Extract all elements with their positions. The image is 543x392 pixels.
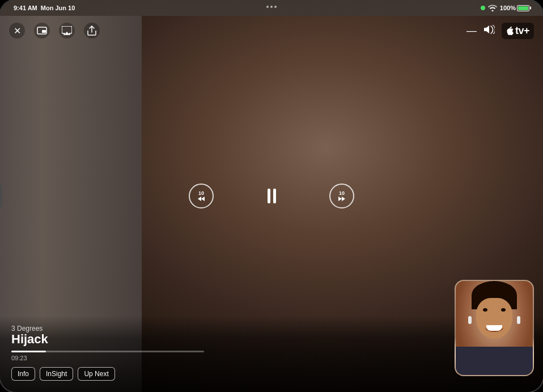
dot-2 [270, 6, 273, 8]
side-button[interactable] [0, 185, 2, 207]
svg-rect-1 [42, 30, 46, 33]
status-time: 9:41 AM [14, 5, 37, 11]
person-face [476, 298, 512, 339]
green-status-dot [481, 6, 485, 10]
pause-button[interactable] [259, 184, 284, 208]
battery-box [517, 5, 529, 11]
top-dots [266, 6, 277, 8]
show-title: Hijack [11, 333, 532, 346]
wifi-icon [488, 5, 497, 11]
info-button[interactable]: Info [11, 367, 35, 381]
time-display: 09:23 [11, 355, 532, 361]
airpod-right [517, 316, 520, 324]
status-right: 100% [481, 5, 529, 11]
status-date: Mon Jun 10 [41, 5, 75, 11]
progress-bar-container[interactable] [11, 351, 204, 352]
dot-1 [266, 6, 269, 8]
dot-3 [274, 6, 277, 8]
share-button[interactable] [84, 23, 100, 39]
airpod-left [468, 316, 472, 324]
show-series: 3 Degrees [11, 325, 532, 333]
pause-bar-left [268, 189, 270, 203]
status-left: 9:41 AM Mon Jun 10 [14, 5, 75, 11]
pause-bar-right [273, 189, 276, 203]
skip-back-button[interactable]: 10 [189, 184, 214, 208]
volume-button[interactable] [483, 25, 495, 36]
action-buttons: Info InSight Up Next [11, 367, 532, 381]
battery-indicator: 100% [500, 5, 529, 11]
minus-button[interactable]: — [466, 25, 477, 37]
status-bar: 9:41 AM Mon Jun 10 100% [0, 0, 543, 16]
close-button[interactable]: ✕ [9, 23, 25, 39]
apple-tv-text: tv+ [515, 25, 529, 37]
airplay-button[interactable] [59, 23, 75, 39]
center-controls: 10 10 [189, 184, 354, 208]
progress-bar-fill [11, 351, 46, 352]
pip-button[interactable] [34, 23, 50, 39]
person-shoulders [456, 347, 533, 375]
apple-tv-plus-logo: tv+ [502, 23, 534, 39]
pause-icon [268, 189, 276, 203]
person-right-eye [501, 308, 506, 312]
top-left-controls: ✕ [9, 23, 100, 39]
up-next-button[interactable]: Up Next [78, 367, 114, 381]
person-teeth [486, 325, 502, 331]
battery-percent: 100% [500, 5, 516, 11]
battery-fill [518, 6, 528, 10]
skip-forward-button[interactable]: 10 [329, 184, 354, 208]
ipad-frame: 9:41 AM Mon Jun 10 100% [0, 0, 543, 392]
top-right-controls: — tv+ [466, 23, 534, 39]
person-left-eye [483, 308, 487, 312]
facetime-person [456, 281, 533, 375]
facetime-overlay[interactable] [455, 280, 534, 376]
show-meta: 3 Degrees Hijack [11, 325, 532, 346]
top-controls: ✕ [0, 17, 543, 44]
insight-button[interactable]: InSight [40, 367, 73, 381]
